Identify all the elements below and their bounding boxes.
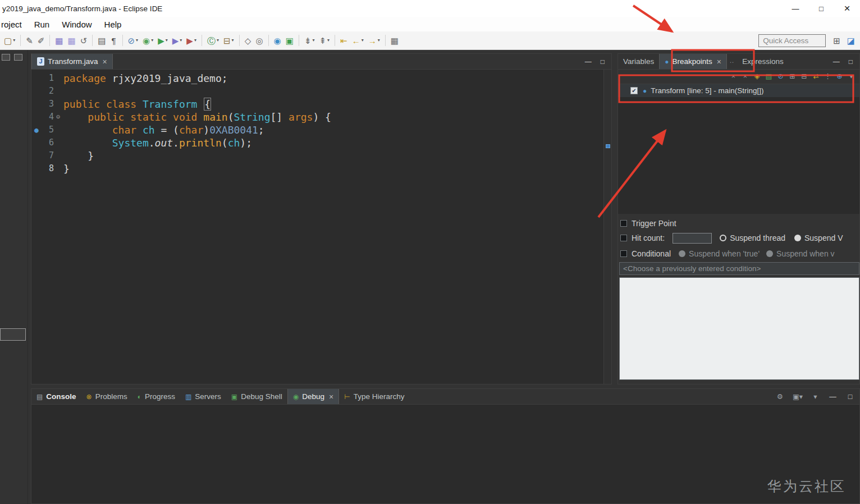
close-tab-icon[interactable]: × <box>717 57 721 66</box>
tab-progress[interactable]: ◐Progress <box>132 389 180 404</box>
breakpoint-marker-icon[interactable]: ● <box>31 123 42 136</box>
tab-servers[interactable]: ▥Servers <box>180 389 226 404</box>
close-tab-icon[interactable]: × <box>329 392 333 401</box>
menu-item-window[interactable]: Window <box>56 20 98 29</box>
profile-icon[interactable]: ▶▾ <box>185 35 198 46</box>
breakpoint-entry[interactable]: ✔ ● Transform [line: 5] - main(String[]) <box>618 84 859 97</box>
quick-access-input[interactable]: Quick Access <box>758 34 826 47</box>
trigger-point-checkbox[interactable] <box>620 220 627 227</box>
terminal-icon[interactable]: ▣ <box>284 35 295 46</box>
prev-annotation-icon[interactable]: ⇞▾ <box>317 35 331 46</box>
trigger-point-label: Trigger Point <box>632 219 676 228</box>
open-editor-icon[interactable]: ▦ <box>389 35 400 46</box>
open-perspective-icon[interactable]: ⊞ <box>831 35 842 46</box>
console-output[interactable] <box>31 405 859 503</box>
tab-debug[interactable]: ◉Debug× <box>287 389 339 404</box>
minimized-view-slot[interactable] <box>0 328 26 341</box>
expand-all-icon[interactable]: ⊞ <box>788 73 797 80</box>
console-view-menu-icon[interactable]: ▾ <box>811 393 820 401</box>
marker-icon[interactable]: ✐ <box>36 35 47 46</box>
forward-icon[interactable]: →▾ <box>367 35 382 46</box>
menu-item-roject[interactable]: roject <box>0 20 28 29</box>
skip-all-breakpoints-icon[interactable]: ⊘ <box>776 73 785 80</box>
suspend-vm-radio[interactable] <box>794 235 801 241</box>
breakpoint-enabled-checkbox[interactable]: ✔ <box>630 87 638 94</box>
new-java-class-icon[interactable]: Ⓒ▾ <box>205 35 221 46</box>
breakpoint-dot-icon: ● <box>643 87 647 95</box>
condition-history-combo[interactable]: <Choose a previously entered condition> <box>619 262 859 275</box>
tab-variables[interactable]: Variables <box>618 54 659 69</box>
tab-transform-java[interactable]: J Transform.java × <box>31 54 113 69</box>
menu-item-help[interactable]: Help <box>98 20 128 29</box>
view-menu-icon[interactable]: ▾ <box>847 73 856 80</box>
tab-type-hierarchy[interactable]: ⊢Type Hierarchy <box>339 389 409 404</box>
revert-icon[interactable]: ↺ <box>79 35 89 46</box>
back-icon[interactable]: ←▾ <box>350 35 365 46</box>
code-editor[interactable]: 1package rjxy2019_java_demo;23public cla… <box>31 70 603 384</box>
new-java-package-icon[interactable]: ⊟▾ <box>222 35 236 46</box>
print-icon[interactable]: ▤ <box>96 35 107 46</box>
search-icon[interactable]: ◎ <box>254 35 265 46</box>
maximize-view-icon[interactable]: □ <box>845 393 855 401</box>
pen-icon[interactable]: ✎ <box>24 35 35 46</box>
code-token: ( <box>222 137 228 149</box>
maximize-view-icon[interactable]: □ <box>601 58 605 66</box>
group-by-icon[interactable]: ⋮ <box>823 73 832 80</box>
tab-breakpoints[interactable]: ●Breakpoints× <box>659 54 727 69</box>
open-console-icon[interactable]: ▣▾ <box>793 393 803 401</box>
close-tab-icon[interactable]: × <box>103 57 107 66</box>
conditional-checkbox[interactable] <box>620 250 627 257</box>
minimize-view-icon[interactable]: — <box>585 58 592 66</box>
code-token: char <box>112 124 136 136</box>
code-token: ) <box>203 124 209 136</box>
menu-item-run[interactable]: Run <box>28 20 56 29</box>
remove-breakpoint-icon[interactable]: × <box>729 73 738 80</box>
next-annotation-icon[interactable]: ⇟▾ <box>303 35 317 46</box>
skip-breakpoints-icon[interactable]: ⊘▾ <box>126 35 140 46</box>
hit-count-checkbox[interactable] <box>620 235 627 241</box>
minimized-view-icon[interactable] <box>2 54 10 61</box>
run-icon[interactable]: ▶▾ <box>156 35 170 46</box>
minimize-view-icon[interactable]: — <box>828 393 838 401</box>
condition-editor[interactable] <box>619 277 859 380</box>
collapse-all-icon[interactable]: ⊟ <box>799 73 809 80</box>
coverage-icon[interactable]: ▶▾ <box>171 35 184 46</box>
tab-expressions[interactable]: Expressions <box>737 54 789 69</box>
java-perspective-icon[interactable]: ◪ <box>845 35 857 46</box>
save-all-icon[interactable]: ▦ <box>66 35 77 46</box>
tab-overflow-chevron-icon[interactable]: ∙∙ <box>727 54 737 69</box>
overview-breakpoint-marker[interactable] <box>606 144 610 148</box>
wrench-icon[interactable]: ⚙ <box>775 393 785 401</box>
suspend-when-change-radio[interactable] <box>766 250 773 257</box>
minimize-view-icon[interactable]: — <box>833 58 840 66</box>
link-with-debug-view-icon[interactable]: ⇄ <box>811 73 821 80</box>
show-supported-breakpoints-icon[interactable]: ◈ <box>752 73 762 80</box>
last-edit-location-icon[interactable]: ⇤ <box>338 35 349 46</box>
maximize-view-icon[interactable]: □ <box>849 58 853 66</box>
suspend-when-true-radio[interactable] <box>679 250 685 257</box>
minimize-window-button[interactable]: — <box>783 0 808 17</box>
suspend-thread-radio[interactable] <box>720 235 726 241</box>
maximize-window-button[interactable]: □ <box>808 0 834 17</box>
new-wizard-icon[interactable]: ▢▾ <box>2 35 17 46</box>
console-icon: ▤ <box>36 393 43 400</box>
debug-shell-icon: ▣ <box>231 393 237 400</box>
open-type-icon[interactable]: ◇ <box>243 35 253 46</box>
remove-all-breakpoints-icon[interactable]: × <box>740 73 750 80</box>
save-icon[interactable]: ▦ <box>53 35 65 46</box>
tab-debug-shell[interactable]: ▣Debug Shell <box>226 389 287 404</box>
toolbar-separator <box>335 35 335 46</box>
tab-console[interactable]: ▤Console <box>31 389 81 404</box>
debug-launch-icon[interactable]: ◉▾ <box>141 35 155 46</box>
tab-problems[interactable]: ⊗Problems <box>81 389 132 404</box>
breakpoints-list[interactable]: ✔ ● Transform [line: 5] - main(String[]) <box>618 84 859 214</box>
breakpoints-toolbar: ××◈▤⊘⊞⊟⇄⋮⊕▾ <box>618 70 859 84</box>
fold-marker-icon[interactable]: ⊖ <box>54 111 62 123</box>
web-browser-icon[interactable]: ◉ <box>272 35 283 46</box>
close-window-button[interactable]: × <box>834 0 860 17</box>
hit-count-input[interactable] <box>673 233 712 244</box>
pilcrow-icon[interactable]: ¶ <box>109 35 119 46</box>
add-exception-breakpoint-icon[interactable]: ⊕ <box>835 73 844 80</box>
minimized-view-icon[interactable] <box>14 54 22 61</box>
go-to-file-icon[interactable]: ▤ <box>764 73 774 80</box>
